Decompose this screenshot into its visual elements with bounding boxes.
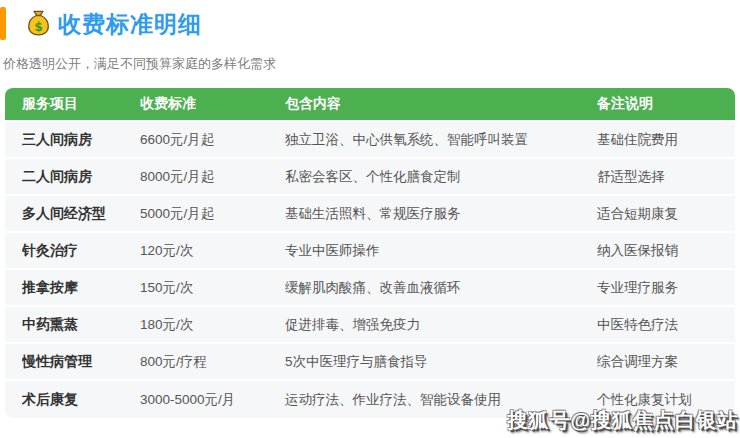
remark-cell: 综合调理方案 [597, 353, 735, 371]
service-name-cell: 慢性病管理 [22, 353, 140, 371]
table-header-row: 服务项目 收费标准 包含内容 备注说明 [5, 88, 735, 122]
price-cell: 3000-5000元/月 [140, 391, 285, 409]
includes-cell: 5次中医理疗与膳食指导 [285, 353, 597, 371]
service-name-cell: 中药熏蒸 [22, 316, 140, 334]
remark-cell: 舒适型选择 [597, 168, 735, 186]
service-name-cell: 针灸治疗 [22, 242, 140, 260]
includes-cell: 缓解肌肉酸痛、改善血液循环 [285, 279, 597, 297]
page-title: 收费标准明细 [58, 9, 202, 40]
table-row: 中药熏蒸 180元/次 促进排毒、增强免疫力 中医特色疗法 [5, 307, 735, 344]
remark-cell: 中医特色疗法 [597, 316, 735, 334]
table-row: 推拿按摩 150元/次 缓解肌肉酸痛、改善血液循环 专业理疗服务 [5, 270, 735, 307]
includes-cell: 促进排毒、增强免疫力 [285, 316, 597, 334]
svg-text:$: $ [34, 20, 43, 34]
column-header-remark: 备注说明 [597, 95, 735, 113]
table-row: 多人间经济型 5000元/月起 基础生活照料、常规医疗服务 适合短期康复 [5, 196, 735, 233]
section-subtitle: 价格透明公开，满足不同预算家庭的多样化需求 [3, 55, 276, 73]
service-name-cell: 三人间病房 [22, 131, 140, 149]
column-header-includes: 包含内容 [285, 95, 597, 113]
money-bag-icon: $ [24, 9, 53, 38]
includes-cell: 独立卫浴、中心供氧系统、智能呼叫装置 [285, 131, 597, 149]
column-header-price: 收费标准 [140, 95, 285, 113]
table-row: 针灸治疗 120元/次 专业中医师操作 纳入医保报销 [5, 233, 735, 270]
includes-cell: 运动疗法、作业疗法、智能设备使用 [285, 391, 597, 409]
table-row: 二人间病房 8000元/月起 私密会客区、个性化膳食定制 舒适型选择 [5, 159, 735, 196]
column-header-service: 服务项目 [22, 95, 140, 113]
service-name-cell: 多人间经济型 [22, 205, 140, 223]
price-cell: 180元/次 [140, 316, 285, 334]
service-name-cell: 二人间病房 [22, 168, 140, 186]
price-cell: 120元/次 [140, 242, 285, 260]
remark-cell: 个性化康复计划 [597, 391, 735, 409]
service-name-cell: 术后康复 [22, 391, 140, 409]
includes-cell: 专业中医师操作 [285, 242, 597, 260]
includes-cell: 基础生活照料、常规医疗服务 [285, 205, 597, 223]
accent-bar [0, 7, 6, 40]
price-cell: 6600元/月起 [140, 131, 285, 149]
price-cell: 800元/疗程 [140, 353, 285, 371]
remark-cell: 适合短期康复 [597, 205, 735, 223]
remark-cell: 纳入医保报销 [597, 242, 735, 260]
table-row: 三人间病房 6600元/月起 独立卫浴、中心供氧系统、智能呼叫装置 基础住院费用 [5, 122, 735, 159]
remark-cell: 基础住院费用 [597, 131, 735, 149]
price-cell: 5000元/月起 [140, 205, 285, 223]
price-cell: 150元/次 [140, 279, 285, 297]
includes-cell: 私密会客区、个性化膳食定制 [285, 168, 597, 186]
sohu-watermark: 搜狐号@搜狐焦点白银站 [507, 407, 738, 434]
table-row: 慢性病管理 800元/疗程 5次中医理疗与膳食指导 综合调理方案 [5, 344, 735, 381]
service-name-cell: 推拿按摩 [22, 279, 140, 297]
price-cell: 8000元/月起 [140, 168, 285, 186]
remark-cell: 专业理疗服务 [597, 279, 735, 297]
pricing-table: 服务项目 收费标准 包含内容 备注说明 三人间病房 6600元/月起 独立卫浴、… [5, 88, 735, 418]
